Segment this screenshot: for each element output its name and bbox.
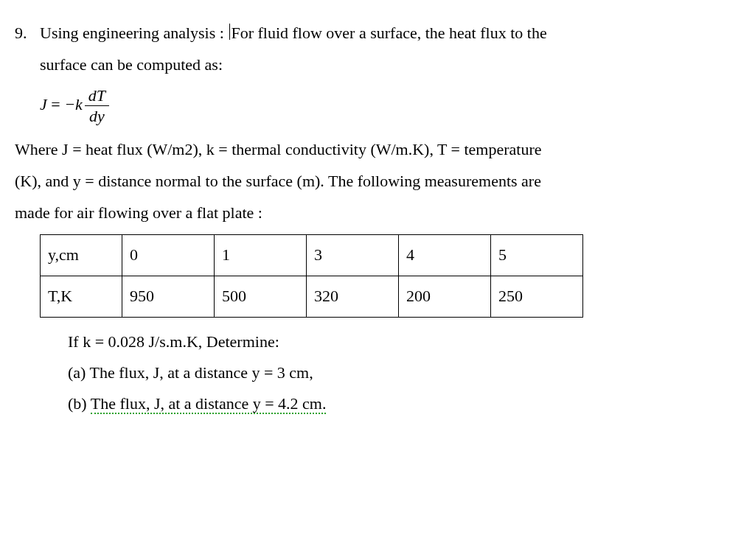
table-cell: 200: [399, 276, 491, 318]
table-cell: 950: [122, 276, 215, 318]
subquestions: If k = 0.028 J/s.m.K, Determine: (a) The…: [68, 326, 740, 419]
part-a: (a) The flux, J, at a distance y = 3 cm,: [68, 357, 740, 388]
problem-number: 9.: [15, 18, 40, 49]
eq-frac-top: dT: [85, 85, 109, 107]
problem-body: Using engineering analysis : For fluid f…: [40, 18, 740, 419]
table-cell: 250: [491, 276, 583, 318]
part-b: (b) The flux, J, at a distance y = 4.2 c…: [68, 388, 740, 419]
table-cell: 5: [491, 235, 583, 276]
eq-lhs: J: [40, 95, 47, 113]
definitions-line-3: made for air flowing over a flat plate :: [15, 197, 740, 229]
table-cell: y,cm: [41, 235, 122, 276]
table-cell: T,K: [41, 276, 122, 318]
table-row: y,cm 0 1 3 4 5: [41, 235, 583, 276]
eq-frac-bot: dy: [85, 106, 109, 127]
table-cell: 320: [307, 276, 399, 318]
data-table: y,cm 0 1 3 4 5 T,K 950 500 320 200 250: [40, 234, 583, 318]
table-cell: 500: [215, 276, 307, 318]
table-cell: 4: [399, 235, 491, 276]
intro-part2: For fluid flow over a surface, the heat …: [231, 24, 546, 42]
intro-part1: Using engineering analysis :: [40, 24, 228, 42]
eq-fraction: dTdy: [85, 85, 109, 127]
part-b-label: (b): [68, 394, 91, 413]
problem-container: 9. Using engineering analysis : For flui…: [15, 18, 740, 419]
table-cell: 1: [215, 235, 307, 276]
part-b-text: The flux, J, at a distance y = 4.2 cm.: [91, 394, 327, 414]
equation: J = −kdTdy: [40, 85, 740, 127]
definitions: Where J = heat flux (W/m2), k = thermal …: [15, 134, 740, 229]
definitions-line-2: (K), and y = distance normal to the surf…: [15, 166, 740, 197]
k-value-line: If k = 0.028 J/s.m.K, Determine:: [68, 326, 740, 357]
table-row: T,K 950 500 320 200 250: [41, 276, 583, 318]
definitions-line-1: Where J = heat flux (W/m2), k = thermal …: [15, 134, 740, 166]
eq-equals: =: [47, 95, 64, 113]
intro-line-2: surface can be computed as:: [40, 49, 740, 81]
table-cell: 3: [307, 235, 399, 276]
eq-minus-k: −k: [64, 95, 83, 113]
table-cell: 0: [122, 235, 215, 276]
intro-line-1: Using engineering analysis : For fluid f…: [40, 18, 740, 49]
